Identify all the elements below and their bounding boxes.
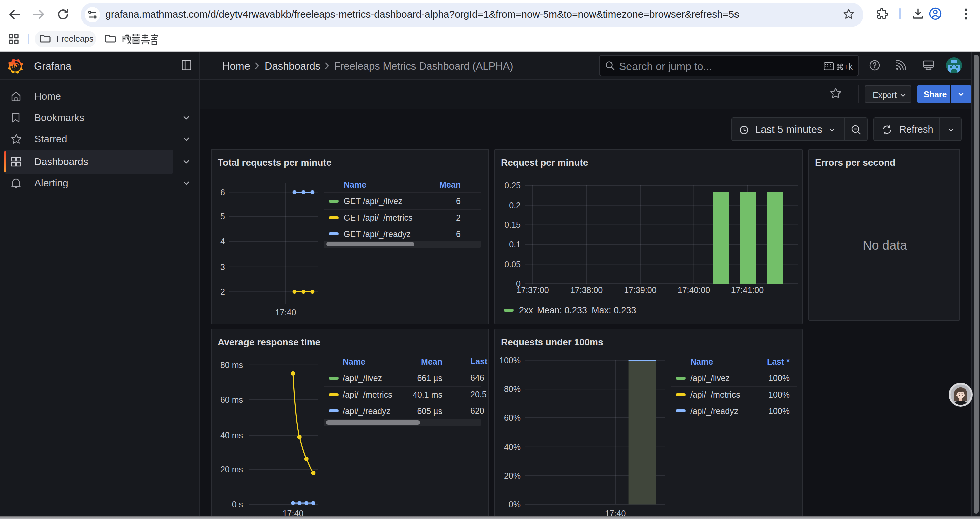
- svg-text:100%: 100%: [500, 356, 521, 365]
- svg-text:80 ms: 80 ms: [221, 360, 243, 370]
- svg-text:60%: 60%: [504, 413, 521, 423]
- svg-text:40 ms: 40 ms: [221, 431, 243, 440]
- svg-text:0.15: 0.15: [504, 220, 521, 230]
- svg-text:17:40:00: 17:40:00: [678, 285, 710, 295]
- svg-text:20%: 20%: [504, 471, 521, 480]
- svg-text:6: 6: [221, 188, 225, 197]
- svg-text:80%: 80%: [504, 385, 521, 394]
- svg-text:0.25: 0.25: [504, 181, 521, 190]
- svg-text:2: 2: [221, 287, 225, 296]
- svg-text:60 ms: 60 ms: [221, 395, 243, 404]
- svg-text:17:40: 17:40: [275, 308, 296, 317]
- svg-text:17:38:00: 17:38:00: [570, 285, 603, 295]
- svg-text:20 ms: 20 ms: [221, 465, 243, 474]
- svg-text:4: 4: [221, 237, 225, 246]
- svg-text:0.05: 0.05: [504, 260, 521, 269]
- svg-text:17:37:00: 17:37:00: [516, 285, 549, 295]
- svg-text:0 s: 0 s: [232, 500, 243, 509]
- svg-text:3: 3: [221, 262, 225, 271]
- svg-text:17:41:00: 17:41:00: [731, 285, 764, 295]
- svg-text:0%: 0%: [509, 500, 521, 509]
- svg-text:0.2: 0.2: [509, 201, 521, 210]
- svg-text:5: 5: [221, 212, 225, 221]
- svg-text:40%: 40%: [504, 442, 521, 452]
- svg-text:0.1: 0.1: [509, 240, 521, 249]
- svg-text:17:39:00: 17:39:00: [624, 285, 657, 295]
